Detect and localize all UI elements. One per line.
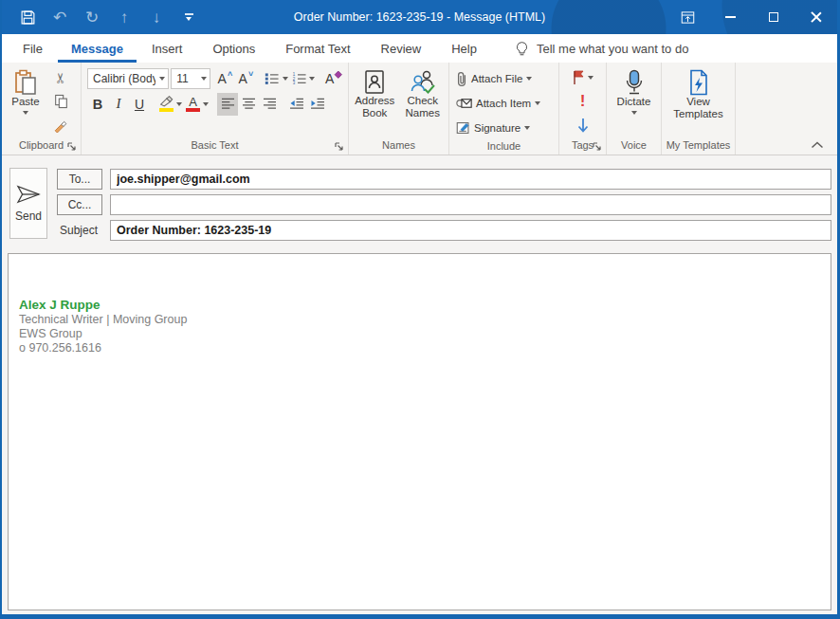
basic-text-group-label: Basic Text	[82, 138, 348, 155]
ribbon-group-include: Attach File Attach Item	[449, 63, 559, 155]
attach-item-button[interactable]: Attach Item	[452, 92, 544, 115]
text-highlight-button[interactable]	[156, 93, 184, 116]
shrink-font-button[interactable]: A˅	[235, 67, 256, 90]
dictate-button[interactable]: Dictate	[610, 65, 658, 138]
signature-phone: o 970.256.1616	[19, 341, 819, 355]
bullets-button[interactable]	[263, 67, 289, 90]
collapse-ribbon-icon[interactable]	[811, 141, 824, 149]
customize-quick-access-toolbar-icon[interactable]	[173, 0, 205, 34]
decrease-indent-icon	[289, 98, 304, 110]
minimize-button[interactable]	[709, 0, 752, 34]
address-book-icon	[363, 69, 386, 95]
copy-button[interactable]	[50, 91, 71, 112]
tell-me-box[interactable]: Tell me what you want to do	[515, 34, 688, 63]
ribbon-group-basic-text: Calibri (Body) 11 A˄ A˅	[82, 63, 349, 155]
address-book-button[interactable]: Address Book	[352, 65, 398, 138]
microphone-icon	[624, 69, 645, 96]
window-controls	[667, 0, 837, 34]
italic-button[interactable]: I	[108, 93, 129, 116]
low-importance-button[interactable]	[559, 114, 606, 137]
cc-input[interactable]	[110, 194, 831, 215]
signature-job-line: Technical Writer | Moving Group	[19, 313, 819, 327]
quick-access-toolbar: ↶ ↻ ↑ ↓	[2, 0, 205, 34]
tab-message[interactable]: Message	[58, 34, 137, 63]
include-group-label: Include	[449, 139, 558, 155]
font-name-value: Calibri (Body)	[93, 72, 155, 85]
numbering-button[interactable]: 123	[290, 67, 317, 90]
outlook-message-window: ↶ ↻ ↑ ↓ Order Number: 1623-235-19 - Mess…	[0, 0, 840, 619]
format-painter-button[interactable]	[50, 115, 71, 136]
attach-item-icon	[456, 97, 472, 110]
save-icon[interactable]	[11, 0, 44, 34]
format-painter-icon	[53, 118, 68, 133]
bold-button[interactable]: B	[87, 93, 108, 116]
follow-up-button[interactable]	[559, 66, 606, 89]
send-button[interactable]: Send	[9, 168, 47, 239]
align-center-icon	[242, 98, 256, 110]
tab-file[interactable]: File	[8, 34, 58, 63]
tab-insert[interactable]: Insert	[137, 34, 198, 63]
ribbon-group-clipboard: Paste ✂	[2, 63, 82, 155]
copy-icon	[54, 94, 68, 109]
align-right-icon	[263, 98, 277, 110]
check-names-button[interactable]: Check Names	[400, 65, 447, 138]
tags-dialog-launcher-icon[interactable]	[592, 141, 603, 153]
svg-text:3: 3	[293, 81, 296, 84]
ribbon-group-tags: ! Tags	[559, 63, 607, 155]
close-button[interactable]	[794, 0, 837, 34]
signature-icon	[456, 121, 470, 135]
align-left-icon	[221, 98, 235, 110]
increase-indent-icon	[310, 98, 325, 110]
ribbon-display-options-icon[interactable]	[667, 0, 709, 34]
attach-file-button[interactable]: Attach File	[452, 67, 544, 90]
align-left-button[interactable]	[217, 93, 238, 116]
paperclip-icon	[456, 71, 467, 87]
to-button[interactable]: To...	[57, 169, 102, 190]
eraser-icon	[334, 70, 343, 80]
send-icon	[16, 184, 41, 205]
undo-icon[interactable]: ↶	[44, 0, 76, 34]
clipboard-dialog-launcher-icon[interactable]	[66, 141, 78, 153]
align-center-button[interactable]	[238, 93, 259, 116]
subject-input[interactable]	[110, 220, 831, 241]
view-templates-button[interactable]: View Templates	[666, 65, 732, 138]
font-size-combo[interactable]: 11	[171, 68, 210, 89]
message-body[interactable]: Alex J Ruppe Technical Writer | Moving G…	[8, 253, 831, 610]
font-color-button[interactable]: A	[184, 93, 210, 116]
basic-text-dialog-launcher-icon[interactable]	[334, 141, 345, 153]
high-importance-icon: !	[580, 92, 586, 111]
ribbon-group-names: Address Book Check Names Names	[349, 63, 449, 155]
redo-icon[interactable]: ↻	[76, 0, 108, 34]
move-up-icon[interactable]: ↑	[108, 0, 140, 34]
clear-formatting-button[interactable]: A	[323, 67, 345, 90]
scissors-icon: ✂	[52, 72, 69, 84]
ribbon-group-my-templates: View Templates My Templates	[662, 63, 736, 155]
align-right-button[interactable]	[259, 93, 280, 116]
font-size-value: 11	[176, 72, 197, 85]
tab-review[interactable]: Review	[366, 34, 437, 63]
high-importance-button[interactable]: !	[559, 90, 606, 113]
move-down-icon[interactable]: ↓	[140, 0, 173, 34]
increase-indent-button[interactable]	[307, 93, 328, 116]
tab-format-text[interactable]: Format Text	[270, 34, 365, 63]
maximize-button[interactable]	[752, 0, 794, 34]
ribbon: Paste ✂	[2, 63, 837, 155]
signature-button[interactable]: Signature	[452, 117, 544, 139]
signature-company: EWS Group	[19, 327, 819, 341]
view-templates-icon	[687, 69, 710, 96]
underline-button[interactable]: U	[129, 93, 150, 116]
tab-options[interactable]: Options	[197, 34, 270, 63]
grow-font-button[interactable]: A˄	[214, 67, 235, 90]
highlighter-icon	[158, 96, 173, 107]
signature-name: Alex J Ruppe	[19, 298, 819, 313]
cc-button[interactable]: Cc...	[57, 194, 102, 215]
paste-button[interactable]: Paste	[5, 65, 46, 138]
decrease-indent-button[interactable]	[286, 93, 307, 116]
lightbulb-icon	[515, 41, 529, 57]
font-name-combo[interactable]: Calibri (Body)	[87, 68, 169, 89]
cut-button[interactable]: ✂	[50, 67, 71, 88]
tab-help[interactable]: Help	[436, 34, 492, 63]
my-templates-group-label: My Templates	[662, 138, 735, 155]
subject-label: Subject	[57, 224, 102, 237]
to-input[interactable]	[110, 169, 831, 190]
